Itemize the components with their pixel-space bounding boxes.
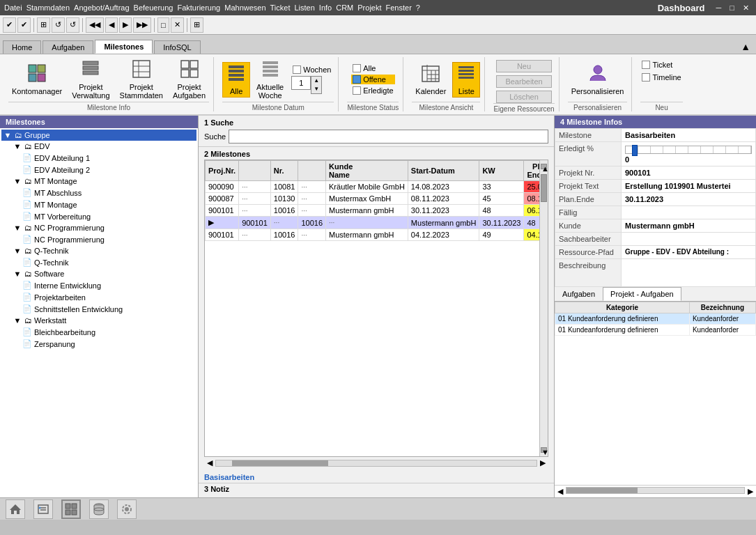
menu-angebot[interactable]: Angebot/Auftrag (74, 3, 130, 12)
menu-fenster[interactable]: Fenster (386, 3, 412, 12)
tree-item-interne[interactable]: 📄 Interne Entwicklung (1, 279, 196, 291)
tree-item-mt-montage2[interactable]: 📄 MT Montage (1, 199, 196, 210)
vscroll-up[interactable]: ▲ (541, 164, 547, 169)
tree-item-qtechnik[interactable]: ▼ 🗂 Q-Technik (1, 245, 196, 256)
tree-item-edv-abt1[interactable]: 📄 EDV Abteilung 1 (1, 152, 196, 164)
tb-first[interactable]: ◀◀ (86, 17, 104, 33)
table-row[interactable]: 900087 ··· 10130 ··· Mustermax GmbH 08.1… (206, 193, 549, 205)
right-hscroll-track[interactable] (566, 487, 745, 494)
tree-item-projektarbeiten[interactable]: 📄 Projektarbeiten (1, 291, 196, 303)
table-row[interactable]: 900090 ··· 10081 ··· Kräutler Mobile Gmb… (206, 181, 549, 193)
vscroll-bar[interactable]: ▲ ▼ (539, 160, 548, 456)
tb-prev[interactable]: ◀ (105, 17, 118, 33)
col-start-datum[interactable]: Start-Datum (408, 161, 479, 181)
cell-dots1[interactable]: ··· (239, 205, 271, 217)
ribbon-btn-kontomanager[interactable]: Kontomanager (8, 62, 65, 98)
tb-refresh1[interactable]: ↺ (52, 17, 65, 33)
menu-info[interactable]: Info (319, 3, 332, 12)
btn-neu[interactable]: Neu (496, 60, 551, 72)
spin-input[interactable] (291, 76, 311, 90)
spin-up[interactable]: ▲ (311, 77, 321, 85)
statusbar-btn-settings[interactable] (117, 499, 137, 519)
tb-check2[interactable]: ✔ (17, 17, 31, 33)
right-scroll-right[interactable]: ▶ (748, 487, 753, 496)
hscroll-left[interactable]: ◀ (204, 458, 215, 467)
tab-aufgaben[interactable]: Aufgaben (43, 40, 93, 54)
spin-down[interactable]: ▼ (311, 85, 321, 93)
tb-delete[interactable]: ✕ (171, 17, 184, 33)
tree-item-edv[interactable]: ▼ 🗂 EDV (1, 141, 196, 152)
btn-bearbeiten[interactable]: Bearbeiten (496, 75, 551, 88)
hscroll-thumb[interactable] (232, 460, 328, 466)
menu-listen[interactable]: Listen (295, 3, 315, 12)
menu-befeuerung[interactable]: Befeuerung (134, 3, 173, 12)
cell-dots2[interactable]: ··· (298, 181, 326, 193)
btn-loeschen[interactable]: Löschen (496, 91, 551, 103)
ribbon-btn-projektverwaltung[interactable]: Projekt Verwaltung (68, 58, 113, 102)
tree-item-mt-vorb[interactable]: 📄 MT Vorbereitung (1, 210, 196, 222)
right-tab-aufgaben[interactable]: Aufgaben (555, 287, 603, 301)
tb-grid[interactable]: ⊞ (37, 17, 50, 33)
cell-dots1[interactable]: ··· (239, 181, 271, 193)
ribbon-btn-alle[interactable]: Alle (222, 62, 250, 98)
tb-stop[interactable]: □ (157, 17, 169, 33)
cb-alle[interactable]: Alle (351, 63, 394, 73)
col-kunde[interactable]: KundeName (326, 161, 408, 181)
table-row[interactable]: 900101 ··· 10016 ··· Mustermann gmbH 04.… (206, 229, 549, 241)
tree-item-nc2[interactable]: 📄 NC Programmierung (1, 233, 196, 245)
vscroll-thumb[interactable] (541, 174, 547, 202)
col-proj-nr[interactable]: Proj.Nr. (206, 161, 239, 181)
statusbar-btn-db[interactable] (89, 499, 109, 519)
statusbar-btn-home[interactable] (6, 499, 25, 519)
menu-help[interactable]: ? (416, 3, 420, 12)
tree-item-schnittstellen[interactable]: 📄 Schnittstellen Entwicklung (1, 303, 196, 315)
tree-item-werkstatt[interactable]: ▼ 🗂 Werkstatt (1, 315, 196, 326)
tree-item-mt-abschluss[interactable]: 📄 MT Abschluss (1, 187, 196, 199)
cell-dots2[interactable]: ··· (326, 217, 408, 229)
statusbar-btn-tasks[interactable] (33, 499, 53, 519)
cell-dots1[interactable]: ··· (270, 217, 298, 229)
tree-item-blech[interactable]: 📄 Bleichbearbeitung (1, 326, 196, 338)
col-bezeichnung[interactable]: Bezeichnung (689, 302, 755, 313)
maximize-btn[interactable]: □ (727, 3, 737, 13)
cb-timeline[interactable]: Timeline (640, 72, 682, 82)
cb-wochen[interactable]: Wochen (291, 65, 332, 75)
menu-ticket[interactable]: Ticket (270, 3, 291, 12)
col-kw[interactable]: KW (479, 161, 524, 181)
table-container[interactable]: Proj.Nr. Nr. KundeName Start-Datum KW Pl… (204, 160, 548, 457)
tab-milestones[interactable]: Milestones (95, 40, 153, 54)
col-nr[interactable]: Nr. (270, 161, 298, 181)
ribbon-btn-projektstammdaten[interactable]: Projekt Stammdaten (116, 58, 167, 102)
vscroll-down[interactable]: ▼ (541, 447, 547, 453)
col-kategorie[interactable]: Kategorie (555, 302, 690, 313)
tree-item-mt-montage[interactable]: ▼ 🗂 MT Montage (1, 176, 196, 187)
task-row[interactable]: 01 Kundeanforderung definieren Kundeanfo… (555, 313, 756, 325)
cb-erledigte[interactable]: Erledigte (351, 86, 394, 95)
statusbar-btn-milestones[interactable] (61, 499, 81, 519)
close-btn[interactable]: ✕ (740, 3, 752, 13)
ribbon-btn-projektaufgaben[interactable]: Projekt Aufgaben (169, 58, 209, 102)
right-scroll-left[interactable]: ◀ (557, 487, 563, 496)
ribbon-btn-personalisieren[interactable]: Personalisieren (568, 62, 628, 98)
right-tab-projekt-aufgaben[interactable]: Projekt - Aufgaben (603, 287, 681, 301)
tb-check1[interactable]: ✔ (3, 17, 16, 33)
table-row[interactable]: 900101 ··· 10016 ··· Mustermann gmbH 30.… (206, 205, 549, 217)
table-row[interactable]: ▶ 900101 ··· 10016 ··· Mustermann gmbH 3… (206, 217, 549, 229)
tb-refresh2[interactable]: ↺ (66, 17, 79, 33)
tree-item-software[interactable]: ▼ 🗂 Software (1, 268, 196, 279)
ribbon-btn-liste[interactable]: Liste (452, 62, 480, 98)
cb-offene[interactable]: Offene (351, 75, 394, 84)
tb-next[interactable]: ▶ (119, 17, 132, 33)
ribbon-btn-kalender[interactable]: Kalender (412, 62, 449, 98)
tab-home[interactable]: Home (3, 40, 41, 54)
tree-item-qtechnik2[interactable]: 📄 Q-Technik (1, 256, 196, 268)
cell-dots2[interactable]: ··· (298, 193, 326, 205)
tab-infosql[interactable]: InfoSQL (154, 40, 200, 54)
menu-projekt[interactable]: Projekt (357, 3, 381, 12)
right-bottom-table[interactable]: Kategorie Bezeichnung 01 Kundeanforderun… (555, 302, 756, 485)
tb-last[interactable]: ▶▶ (133, 17, 151, 33)
cell-dots2[interactable]: ··· (298, 229, 326, 241)
tree-item-zersp[interactable]: 📄 Zerspanung (1, 338, 196, 350)
menu-mahnwesen[interactable]: Mahnwesen (224, 3, 265, 12)
hscroll-right[interactable]: ▶ (537, 458, 548, 467)
